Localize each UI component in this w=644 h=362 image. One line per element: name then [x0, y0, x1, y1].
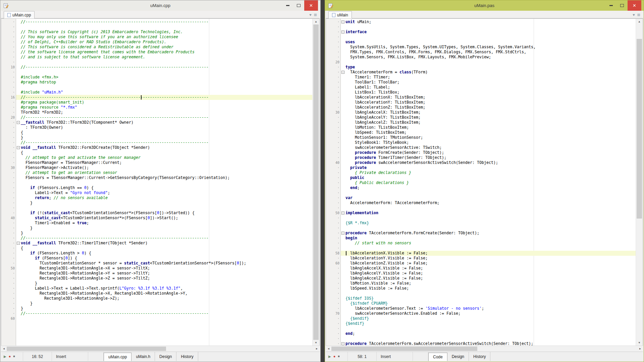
favorites-icon[interactable]: ♥ [633, 13, 635, 17]
code-line[interactable]: · if (FSensors.Length == 0) { [1, 185, 312, 190]
code-line[interactable]: · return; // no sensors available [1, 195, 312, 200]
gutter-cell[interactable]: · [326, 165, 341, 170]
gutter-cell[interactable] [1, 326, 16, 331]
bottom-tab-design[interactable]: Design [155, 352, 176, 361]
editor-window-icon[interactable] [328, 3, 334, 8]
code-line[interactable]: ·{ [1, 150, 312, 155]
code-text[interactable]: #pragma package(smart_init) [21, 100, 312, 105]
code-text[interactable]: MotionSensor1: TMotionSensor; [345, 135, 636, 140]
gutter-cell[interactable]: · [326, 135, 341, 140]
code-line[interactable]: · System.SysUtils, System.Types, System.… [326, 45, 636, 50]
code-text[interactable]: } [21, 306, 312, 311]
code-line[interactable]: · } [1, 281, 312, 286]
code-text[interactable]: procedure TAccelerometerForm.swAccelerom… [345, 341, 636, 346]
code-line[interactable]: · Rectangle3D1->RotationAngle->X, Rectan… [1, 291, 312, 296]
code-line[interactable]: ·} [1, 231, 312, 236]
gutter-cell[interactable]: 40 [326, 160, 341, 165]
code-line[interactable]: · Label1->Text = Label1->Text.sprintf(L"… [1, 286, 312, 291]
code-text[interactable] [345, 326, 636, 331]
code-line[interactable]: ·{$ifdef IOS} [326, 296, 636, 301]
code-line[interactable]: · StyleBook1: TStyleBook; [326, 140, 636, 145]
gutter-cell[interactable]: 50 [326, 210, 341, 216]
scroll-left-icon[interactable]: ◄ [1, 346, 7, 352]
gutter-cell[interactable]: · [326, 115, 341, 120]
code-line[interactable] [1, 321, 312, 326]
code-text[interactable]: AccelerometerForm: TAccelerometerForm; [345, 200, 636, 205]
fold-marker-icon[interactable]: - [17, 146, 20, 149]
code-text[interactable]: uses [345, 40, 636, 45]
code-text[interactable]: #include "uMain.h" [21, 90, 312, 95]
gutter-cell[interactable] [1, 336, 16, 341]
gutter-cell[interactable]: · [1, 261, 16, 266]
code-text[interactable]: { [21, 150, 312, 155]
gutter-cell[interactable]: · [1, 75, 16, 80]
code-text[interactable]: lbAccelerationX: TListBoxItem; [345, 95, 636, 100]
code-line[interactable]: · : TForm3D(Owner) [1, 125, 312, 130]
close-button[interactable]: ✕ [628, 0, 641, 11]
code-line[interactable]: · } [1, 200, 312, 205]
gutter-cell[interactable]: · [1, 160, 16, 165]
gutter-cell[interactable]: · [1, 205, 16, 210]
horizontal-scroll-thumb[interactable] [331, 347, 477, 351]
code-line[interactable]: · // attempt to get an orientation senso… [1, 170, 312, 175]
code-line[interactable]: · Rectangle3D1->RotationAngle->Z = senso… [1, 276, 312, 281]
gutter-cell[interactable]: · [326, 75, 341, 80]
code-line[interactable]: · AccelerometerForm: TAccelerometerForm; [326, 200, 636, 205]
gutter-cell[interactable]: · [1, 100, 16, 105]
code-line[interactable]: · [326, 326, 636, 331]
code-text[interactable]: { [21, 246, 312, 251]
code-text[interactable] [345, 35, 636, 40]
code-text[interactable]: {$ifdef IOS} [345, 296, 636, 301]
vertical-scrollbar[interactable]: ▲ ▼ [312, 19, 319, 346]
gutter-cell[interactable]: · [1, 110, 16, 115]
code-text[interactable]: { [21, 130, 312, 135]
code-line[interactable]: 40 procedure swAccelerometerSensorActive… [326, 160, 636, 165]
code-line[interactable]: ·// the software license agreement that … [1, 50, 312, 55]
gutter-cell[interactable]: · [326, 90, 341, 95]
code-line[interactable]: ·//-------------------------------------… [1, 140, 312, 145]
gutter-cell[interactable]: · [1, 60, 16, 65]
code-line[interactable]: · Label1->Text = "Gyro not found"; [1, 190, 312, 195]
gutter-cell[interactable]: · [326, 65, 341, 70]
gutter-cell[interactable]: · [326, 341, 341, 346]
code-line[interactable]: · FSensorManager = TSensorManager::Curre… [1, 160, 312, 165]
gutter-cell[interactable] [1, 331, 16, 336]
code-line[interactable]: ·type [326, 65, 636, 70]
macro-record-icon[interactable]: ● [333, 355, 336, 358]
code-text[interactable]: lbAccelerationX.Visible := False; [345, 251, 636, 256]
code-text[interactable]: var [345, 195, 636, 200]
bottom-tab-umain-cpp[interactable]: uMain.cpp [104, 353, 131, 361]
code-text[interactable]: // the software license agreement that c… [21, 50, 312, 55]
code-text[interactable]: lbAngleAccelZ.Visible := False; [345, 276, 636, 281]
code-line[interactable]: · if (FSensors.Length > 0) { [1, 251, 312, 256]
gutter-cell[interactable]: · [1, 256, 16, 261]
code-line[interactable]: · [1, 24, 312, 29]
gutter-cell[interactable]: · [326, 336, 341, 341]
gutter-cell[interactable] [1, 321, 16, 326]
gutter-cell[interactable]: · [1, 155, 16, 160]
code-line[interactable]: · [1, 70, 312, 75]
gutter-cell[interactable]: · [1, 185, 16, 190]
code-text[interactable]: if (FSensors.Length == 0) { [21, 185, 312, 190]
gutter-cell[interactable]: · [326, 316, 341, 321]
gutter-cell[interactable]: · [1, 175, 16, 180]
gutter-cell[interactable]: · [1, 236, 16, 241]
code-text[interactable]: ToolBar1: TToolBar; [345, 80, 636, 85]
gutter-cell[interactable]: · [1, 130, 16, 135]
code-line[interactable]: ·} [1, 135, 312, 140]
gutter-cell[interactable]: · [1, 200, 16, 205]
gutter-cell[interactable]: · [1, 35, 16, 40]
code-line[interactable] [1, 326, 312, 331]
code-line[interactable]: · [1, 85, 312, 90]
code-line[interactable]: · {$endif} [326, 316, 636, 321]
gutter-cell[interactable]: · [1, 150, 16, 155]
gutter-cell[interactable]: · [326, 226, 341, 231]
code-line[interactable]: ·begin [326, 236, 636, 241]
code-text[interactable]: // attempt to get and activate the senso… [21, 155, 312, 160]
code-text[interactable]: // You may only use this software if you… [21, 35, 312, 40]
gutter-cell[interactable]: · [326, 180, 341, 185]
code-text[interactable]: {$ifndef CPUARM} [345, 301, 636, 306]
code-text[interactable]: lbAngleAccelX.Visible := False; [345, 266, 636, 271]
code-line[interactable]: ·-__fastcall TForm3D2::TForm3D2(TCompone… [1, 120, 312, 125]
gutter-cell[interactable]: · [326, 291, 341, 296]
